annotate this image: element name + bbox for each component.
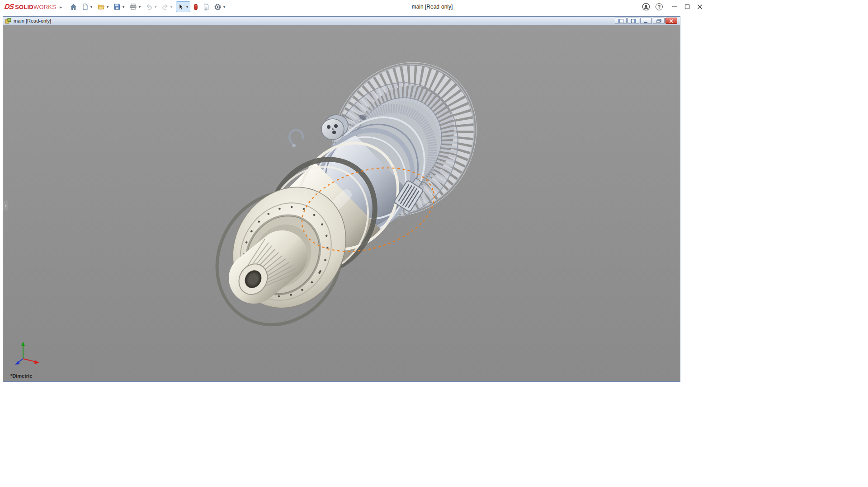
print-dropdown[interactable]: ▾ xyxy=(138,5,142,9)
redo-button[interactable]: ▾ xyxy=(160,1,175,12)
undo-icon xyxy=(146,3,153,10)
minimize-button[interactable] xyxy=(668,0,681,14)
redo-icon xyxy=(161,3,169,10)
print-button[interactable]: ▾ xyxy=(128,1,143,12)
graphics-viewport[interactable]: ‹ xyxy=(3,25,680,381)
triad-x-axis[interactable] xyxy=(34,360,39,364)
options-button[interactable]: ▾ xyxy=(212,1,227,12)
orientation-triad[interactable] xyxy=(9,339,46,368)
document-title: main [Read-only] xyxy=(14,18,51,23)
home-icon xyxy=(70,3,77,11)
maximize-icon xyxy=(684,4,690,9)
assembly-document-icon xyxy=(5,18,11,24)
titlebar-right-icons: ? xyxy=(642,0,663,14)
save-dropdown[interactable]: ▾ xyxy=(122,5,125,9)
print-icon xyxy=(129,3,137,10)
document-window-controls xyxy=(615,18,678,24)
feature-panel-collapse-tab[interactable]: ‹ xyxy=(3,201,8,211)
document-window: main [Read-only] xyxy=(3,16,680,382)
new-document-dropdown[interactable]: ▾ xyxy=(90,5,93,9)
3dexperience-button[interactable] xyxy=(192,1,200,12)
pane-toggle-icon xyxy=(618,19,623,23)
doc-close-button[interactable] xyxy=(665,18,677,24)
save-button[interactable]: ▾ xyxy=(112,1,127,12)
open-folder-icon xyxy=(97,3,105,10)
save-icon xyxy=(113,3,121,10)
help-icon[interactable]: ? xyxy=(656,3,663,10)
options-dropdown[interactable]: ▾ xyxy=(222,5,226,9)
3dexperience-icon xyxy=(193,3,198,11)
open-button[interactable]: ▾ xyxy=(96,1,111,12)
home-button[interactable] xyxy=(68,1,79,12)
brand-name-light: WORKS xyxy=(33,4,56,10)
close-button[interactable] xyxy=(693,0,706,14)
select-dropdown[interactable]: ▾ xyxy=(185,5,189,9)
restore-icon xyxy=(656,19,661,23)
file-properties-icon xyxy=(203,3,210,11)
new-document-icon xyxy=(81,3,89,10)
quick-access-toolbar: ▾ ▾ ▾ ▾ xyxy=(68,0,227,14)
options-gear-icon xyxy=(214,3,222,11)
ds-logo-icon: DS xyxy=(4,3,14,11)
minimize-icon xyxy=(672,4,677,9)
solidworks-logo: DS SOLIDWORKS xyxy=(5,3,56,11)
doc-minimize-button[interactable] xyxy=(640,18,652,24)
close-icon xyxy=(669,19,674,23)
file-properties-button[interactable] xyxy=(201,1,211,12)
open-dropdown[interactable]: ▾ xyxy=(106,5,109,9)
app-titlebar: DS SOLIDWORKS ▸ ▾ ▾ xyxy=(0,0,868,14)
window-controls xyxy=(668,0,706,14)
pane-toggle-icon xyxy=(631,19,636,23)
select-cursor-icon xyxy=(177,3,184,11)
redo-dropdown[interactable]: ▾ xyxy=(170,5,173,9)
view-orientation-label: *Dimetric xyxy=(10,373,32,379)
toolbar-expand-chevron[interactable]: ▸ xyxy=(60,5,62,9)
pane-toggle-2-button[interactable] xyxy=(627,18,639,24)
document-titlebar[interactable]: main [Read-only] xyxy=(3,17,680,25)
select-button[interactable]: ▾ xyxy=(176,1,190,12)
brand-name-bold: SOLID xyxy=(15,4,33,10)
maximize-button[interactable] xyxy=(681,0,693,14)
clevis-hook xyxy=(289,130,303,143)
minimize-icon xyxy=(644,19,649,23)
triad-y-axis[interactable] xyxy=(21,342,25,346)
undo-button[interactable]: ▾ xyxy=(144,1,159,12)
account-icon[interactable] xyxy=(642,3,650,11)
close-icon xyxy=(697,4,703,9)
new-document-button[interactable]: ▾ xyxy=(80,1,94,12)
pane-toggle-1-button[interactable] xyxy=(615,18,627,24)
undo-dropdown[interactable]: ▾ xyxy=(154,5,157,9)
app-title: main [Read-only] xyxy=(412,0,453,14)
doc-restore-button[interactable] xyxy=(653,18,665,24)
jet-engine-model[interactable] xyxy=(197,57,505,346)
